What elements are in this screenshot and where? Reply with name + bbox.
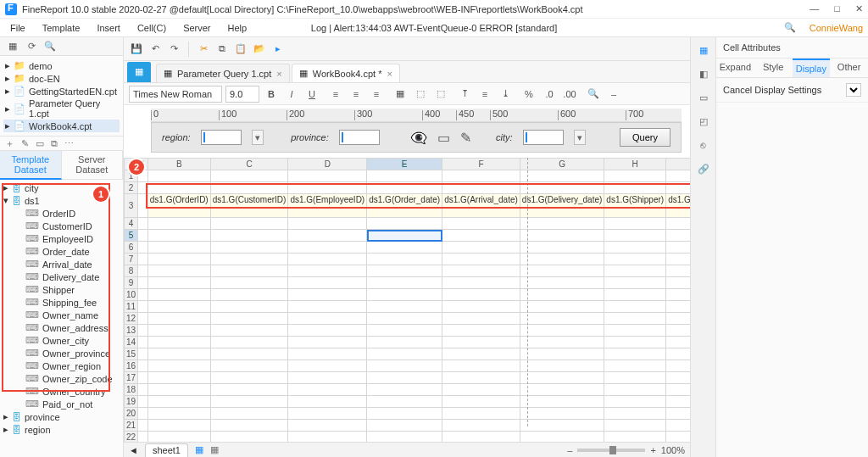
file-node[interactable]: ▸📄GettingStartedEN.cpt: [3, 85, 120, 98]
cell[interactable]: [210, 230, 288, 242]
dataset-field[interactable]: ⌨Owner_region: [2, 359, 121, 372]
param-province-input[interactable]: [339, 130, 380, 145]
cell[interactable]: [666, 372, 690, 384]
eye-off-icon[interactable]: 👁‍🗨: [410, 130, 427, 146]
row-header[interactable]: 5: [125, 230, 138, 242]
cell[interactable]: [666, 313, 690, 325]
cell[interactable]: ds1.G(Order_date): [367, 194, 442, 218]
cell[interactable]: [367, 242, 442, 254]
cell[interactable]: [288, 384, 367, 396]
cell[interactable]: [442, 432, 520, 443]
cell[interactable]: [442, 254, 520, 265]
cell[interactable]: [210, 348, 288, 360]
cell[interactable]: [288, 242, 367, 254]
cell[interactable]: [604, 360, 666, 372]
cell[interactable]: [520, 348, 604, 360]
cell[interactable]: [367, 325, 442, 337]
cell[interactable]: [138, 420, 148, 432]
cell[interactable]: [210, 182, 288, 194]
cell[interactable]: [604, 289, 666, 301]
cell[interactable]: [147, 218, 210, 230]
cell[interactable]: [604, 301, 666, 313]
cell[interactable]: [210, 265, 288, 277]
preview-icon[interactable]: ▸: [270, 42, 286, 57]
row-header[interactable]: 17: [125, 372, 138, 384]
menu-help[interactable]: Help: [228, 23, 248, 33]
cell[interactable]: [604, 420, 666, 432]
cell[interactable]: [138, 301, 148, 313]
doc-tab-workbook4[interactable]: ▦ WorkBook4.cpt * ×: [292, 64, 400, 82]
cell[interactable]: [210, 420, 288, 432]
zoom-out-icon[interactable]: –: [605, 86, 622, 103]
cell[interactable]: [666, 301, 690, 313]
param-city-input[interactable]: [523, 130, 564, 145]
column-header[interactable]: C: [210, 159, 288, 170]
share-icon[interactable]: ⎋: [696, 137, 711, 153]
open-icon[interactable]: 📂: [252, 42, 267, 57]
row-header[interactable]: 16: [125, 360, 138, 372]
cell[interactable]: [520, 325, 604, 337]
new-icon[interactable]: ▦: [5, 39, 20, 54]
cell[interactable]: [666, 182, 690, 194]
unmerge-icon[interactable]: ⬚: [432, 86, 449, 103]
size-combo[interactable]: 9.0: [225, 86, 259, 103]
cell[interactable]: [147, 289, 210, 301]
cell[interactable]: [147, 254, 210, 265]
cell[interactable]: [604, 265, 666, 277]
cell[interactable]: [666, 420, 690, 432]
cell[interactable]: [147, 182, 210, 194]
column-header[interactable]: G: [520, 159, 604, 170]
row-header[interactable]: 21: [125, 420, 138, 432]
copy-icon[interactable]: ⧉: [214, 42, 230, 57]
cell[interactable]: [138, 396, 148, 408]
cell[interactable]: [138, 384, 148, 396]
cell[interactable]: ds1.G(Shipper): [604, 194, 666, 218]
cell[interactable]: [442, 265, 520, 277]
cell[interactable]: [442, 182, 520, 194]
dataset-field[interactable]: ⌨OrderID: [2, 207, 121, 220]
cell[interactable]: [138, 360, 148, 372]
cell[interactable]: [442, 360, 520, 372]
dataset-field[interactable]: ⌨CustomerID: [2, 220, 121, 232]
inc-dec-icon[interactable]: .0: [541, 86, 558, 103]
cell[interactable]: [442, 325, 520, 337]
cell[interactable]: [520, 337, 604, 348]
sheet-tab[interactable]: sheet1: [145, 443, 188, 457]
search2-icon[interactable]: 🔍: [42, 39, 58, 54]
cell[interactable]: ds1.G(Shipping_fee): [666, 194, 690, 218]
cell[interactable]: [367, 254, 442, 265]
cell[interactable]: [520, 218, 604, 230]
dataset-field[interactable]: ⌨Shipping_fee: [2, 296, 121, 309]
cell[interactable]: [442, 337, 520, 348]
edit-ds-icon[interactable]: ✎: [21, 138, 29, 149]
cell[interactable]: [367, 396, 442, 408]
dataset-root[interactable]: ▸🗄province: [2, 410, 121, 423]
tab-server-dataset[interactable]: Server Dataset: [62, 151, 124, 180]
cell-attr-icon[interactable]: ▦: [696, 42, 711, 58]
cell[interactable]: [138, 313, 148, 325]
cond-attr-icon[interactable]: ◧: [696, 66, 711, 81]
param-city-picker-icon[interactable]: ▾: [574, 130, 587, 145]
cell[interactable]: [604, 170, 666, 182]
close-icon[interactable]: ×: [276, 69, 281, 79]
row-header[interactable]: 13: [125, 325, 138, 337]
close-icon[interactable]: ×: [387, 69, 392, 79]
cell[interactable]: [367, 337, 442, 348]
valign-top-icon[interactable]: ⤒: [456, 86, 473, 103]
dataset-field[interactable]: ⌨Owner_city: [2, 334, 121, 347]
opt-ds-icon[interactable]: ⋯: [64, 138, 74, 149]
cell[interactable]: [604, 384, 666, 396]
cell[interactable]: [288, 396, 367, 408]
cell[interactable]: [367, 277, 442, 289]
align-center-icon[interactable]: ≡: [348, 86, 364, 103]
cell[interactable]: [147, 408, 210, 420]
column-header[interactable]: I: [666, 159, 690, 170]
cut-icon[interactable]: ✂: [196, 42, 211, 57]
cell[interactable]: [367, 408, 442, 420]
cell[interactable]: [288, 337, 367, 348]
cell[interactable]: [288, 230, 367, 242]
row-header[interactable]: 19: [125, 396, 138, 408]
cell[interactable]: [147, 170, 210, 182]
cell[interactable]: [520, 301, 604, 313]
cell[interactable]: [442, 289, 520, 301]
